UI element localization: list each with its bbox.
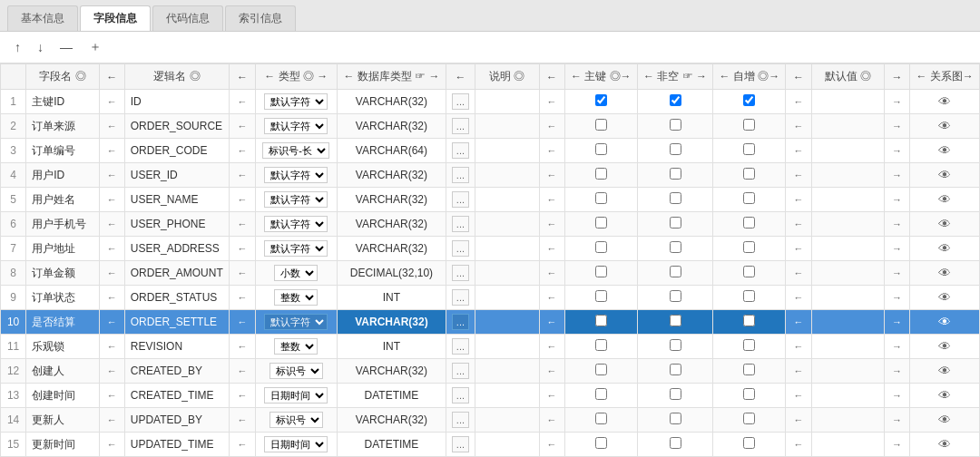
table-row[interactable]: 4用户ID←USER_ID←默认字符VARCHAR(32)...←←→👁 — [1, 163, 980, 188]
notnull-checkbox[interactable] — [670, 143, 681, 155]
arrow-left-1[interactable]: ← — [99, 237, 124, 261]
arrow-left-1[interactable]: ← — [99, 188, 124, 212]
autoincr-cell[interactable] — [713, 188, 786, 212]
arrow-left-2[interactable]: ← — [230, 384, 255, 408]
notnull-checkbox[interactable] — [670, 413, 681, 424]
field-type[interactable]: 默认字符 — [255, 212, 338, 237]
dots-button[interactable]: ... — [452, 338, 469, 355]
arrow-left-1[interactable]: ← — [99, 261, 124, 286]
pk-checkbox[interactable] — [595, 119, 607, 131]
note-trigger[interactable]: ... — [446, 310, 475, 335]
note-trigger[interactable]: ... — [446, 237, 475, 261]
autoincr-checkbox[interactable] — [743, 290, 755, 302]
dots-button[interactable]: ... — [452, 363, 469, 379]
type-select[interactable]: 标识号 — [270, 363, 323, 379]
arrow-left-2[interactable]: ← — [230, 163, 255, 188]
field-type[interactable]: 标识号-长 — [255, 139, 338, 163]
arrow-left-3[interactable]: ← — [539, 212, 564, 237]
autoincr-cell[interactable] — [713, 114, 786, 139]
table-row[interactable]: 14更新人←UPDATED_BY←标识号VARCHAR(32)...←←→👁 — [1, 408, 980, 433]
relation-diagram-cell[interactable]: 👁 — [910, 286, 980, 310]
arrow-left-3[interactable]: ← — [539, 384, 564, 408]
relation-diagram-cell[interactable]: 👁 — [910, 408, 980, 433]
relation-diagram-cell[interactable]: 👁 — [910, 139, 980, 163]
eye-icon[interactable]: 👁 — [938, 437, 951, 452]
pk-cell[interactable] — [564, 90, 637, 114]
pk-checkbox[interactable] — [595, 168, 607, 180]
note-trigger[interactable]: ... — [446, 384, 475, 408]
arrow-left-1[interactable]: ← — [99, 384, 124, 408]
arrow-right[interactable]: → — [884, 90, 909, 114]
relation-diagram-cell[interactable]: 👁 — [910, 237, 980, 261]
autoincr-cell[interactable] — [713, 433, 786, 457]
type-select[interactable]: 小数 — [274, 265, 318, 281]
dots-button[interactable]: ... — [452, 93, 469, 110]
dots-button[interactable]: ... — [452, 191, 469, 208]
notnull-cell[interactable] — [637, 408, 712, 433]
note-trigger[interactable]: ... — [446, 90, 475, 114]
notnull-checkbox[interactable] — [670, 266, 681, 277]
type-select[interactable]: 默认字符 — [264, 314, 328, 330]
eye-icon[interactable]: 👁 — [938, 315, 951, 329]
field-type[interactable]: 默认字符 — [255, 163, 338, 188]
field-type[interactable]: 小数 — [255, 261, 338, 286]
table-row[interactable]: 3订单编号←ORDER_CODE←标识号-长VARCHAR(64)...←←→👁 — [1, 139, 980, 163]
note-trigger[interactable]: ... — [446, 114, 475, 139]
relation-diagram-cell[interactable]: 👁 — [910, 90, 980, 114]
notnull-checkbox[interactable] — [670, 290, 681, 302]
field-type[interactable]: 日期时间 — [255, 384, 338, 408]
table-row[interactable]: 11乐观锁←REVISION←整数INT...←←→👁 — [1, 335, 980, 359]
relation-diagram-cell[interactable]: 👁 — [910, 163, 980, 188]
autoincr-checkbox[interactable] — [743, 94, 755, 106]
arrow-left-4[interactable]: ← — [786, 408, 811, 433]
field-type[interactable]: 标识号 — [255, 408, 338, 433]
autoincr-checkbox[interactable] — [743, 315, 755, 326]
autoincr-checkbox[interactable] — [743, 339, 755, 351]
arrow-left-2[interactable]: ← — [230, 286, 255, 310]
add-button[interactable]: ＋ — [83, 37, 107, 57]
notnull-cell[interactable] — [637, 114, 712, 139]
notnull-checkbox[interactable] — [670, 339, 681, 351]
table-row[interactable]: 1主键ID←ID←默认字符VARCHAR(32)...←←→👁 — [1, 90, 980, 114]
arrow-left-3[interactable]: ← — [539, 433, 564, 457]
move-up-button[interactable]: ↑ — [9, 38, 26, 56]
autoincr-checkbox[interactable] — [743, 143, 755, 155]
eye-icon[interactable]: 👁 — [938, 290, 951, 305]
relation-diagram-cell[interactable]: 👁 — [910, 212, 980, 237]
arrow-right[interactable]: → — [884, 384, 909, 408]
autoincr-checkbox[interactable] — [743, 192, 755, 204]
arrow-left-2[interactable]: ← — [230, 237, 255, 261]
field-type[interactable]: 默认字符 — [255, 90, 338, 114]
table-row[interactable]: 9订单状态←ORDER_STATUS←整数INT...←←→👁 — [1, 286, 980, 310]
dots-button[interactable]: ... — [452, 289, 469, 306]
autoincr-cell[interactable] — [713, 286, 786, 310]
pk-checkbox[interactable] — [595, 241, 607, 253]
arrow-left-4[interactable]: ← — [786, 433, 811, 457]
eye-icon[interactable]: 👁 — [938, 413, 951, 427]
arrow-left-2[interactable]: ← — [230, 433, 255, 457]
arrow-right[interactable]: → — [884, 163, 909, 188]
field-type[interactable]: 整数 — [255, 335, 338, 359]
notnull-cell[interactable] — [637, 261, 712, 286]
notnull-cell[interactable] — [637, 90, 712, 114]
arrow-left-2[interactable]: ← — [230, 310, 255, 335]
relation-diagram-cell[interactable]: 👁 — [910, 384, 980, 408]
relation-diagram-cell[interactable]: 👁 — [910, 261, 980, 286]
pk-cell[interactable] — [564, 237, 637, 261]
arrow-left-2[interactable]: ← — [230, 335, 255, 359]
notnull-cell[interactable] — [637, 163, 712, 188]
notnull-cell[interactable] — [637, 212, 712, 237]
dots-button[interactable]: ... — [452, 387, 469, 404]
arrow-left-3[interactable]: ← — [539, 188, 564, 212]
arrow-left-2[interactable]: ← — [230, 90, 255, 114]
type-select[interactable]: 默认字符 — [264, 167, 328, 183]
notnull-cell[interactable] — [637, 188, 712, 212]
notnull-checkbox[interactable] — [670, 217, 681, 228]
pk-checkbox[interactable] — [595, 413, 607, 424]
note-trigger[interactable]: ... — [446, 188, 475, 212]
type-select[interactable]: 整数 — [274, 289, 318, 306]
type-select[interactable]: 默认字符 — [264, 240, 328, 257]
autoincr-cell[interactable] — [713, 212, 786, 237]
autoincr-cell[interactable] — [713, 237, 786, 261]
arrow-left-2[interactable]: ← — [230, 359, 255, 384]
